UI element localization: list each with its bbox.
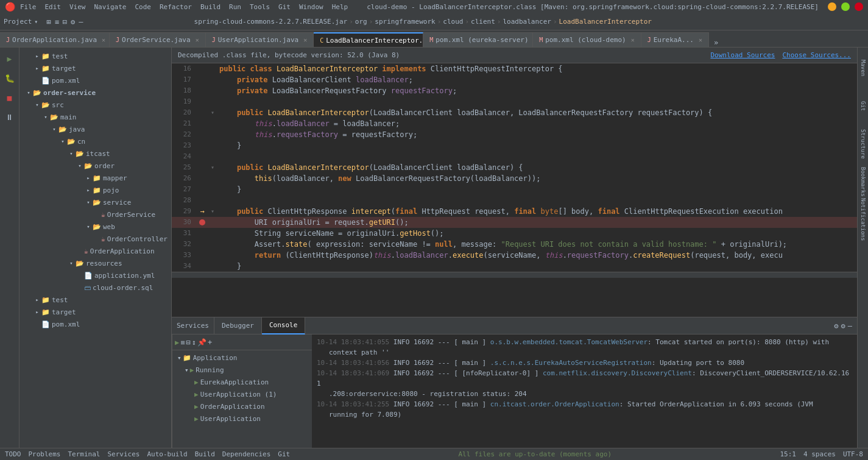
status-services[interactable]: Services bbox=[107, 450, 139, 458]
tab-close-icon[interactable]: ✕ bbox=[102, 37, 105, 43]
sidebar-toolbar-icons[interactable]: ⊞ ≡ ⊟ ⚙ – bbox=[45, 16, 84, 27]
tree-item-target[interactable]: ▸📁 target bbox=[19, 62, 171, 74]
tree-item-java[interactable]: ▾📂 java bbox=[19, 123, 171, 135]
tab-pom-cloud[interactable]: M pom.xml (cloud-demo) ✕ bbox=[533, 32, 641, 47]
menu-build[interactable]: Build bbox=[200, 3, 221, 11]
status-todo[interactable]: TODO bbox=[5, 450, 21, 458]
tree-item-test[interactable]: ▸📁 test bbox=[19, 294, 171, 306]
status-problems[interactable]: Problems bbox=[29, 450, 61, 458]
svc-filter-icon[interactable]: ⊟ bbox=[186, 338, 190, 347]
svc-running-group[interactable]: ▾ ▶ Running bbox=[172, 364, 312, 376]
maximize-button[interactable]: □ bbox=[841, 2, 850, 11]
bookmarks-panel[interactable]: Bookmarks bbox=[858, 163, 868, 200]
window-controls[interactable]: ─ □ ✕ bbox=[828, 2, 863, 11]
tab-more-button[interactable]: » bbox=[711, 38, 721, 47]
fold-button[interactable]: ▾ bbox=[208, 107, 217, 118]
tree-item-pom.xml[interactable]: 📄 pom.xml bbox=[19, 318, 171, 330]
choose-sources-link[interactable]: Choose Sources... bbox=[782, 51, 851, 59]
fold-button[interactable]: ▾ bbox=[208, 162, 217, 173]
breadcrumb-jar[interactable]: spring-cloud-commons-2.2.7.RELEASE.jar bbox=[194, 18, 348, 26]
svc-add-icon[interactable]: + bbox=[208, 338, 212, 347]
menu-edit[interactable]: Edit bbox=[45, 3, 62, 11]
menu-navigate[interactable]: Navigate bbox=[94, 3, 127, 11]
status-autobuild[interactable]: Auto-build bbox=[147, 450, 187, 458]
breadcrumb-class[interactable]: LoadBalancerInterceptor bbox=[559, 18, 652, 26]
stop-button[interactable]: ■ bbox=[1, 89, 18, 106]
svc-application-group[interactable]: ▾ 📁 Application bbox=[172, 352, 312, 364]
breadcrumb-org[interactable]: org bbox=[355, 18, 367, 26]
tree-item-orderservice[interactable]: ☕ OrderService bbox=[19, 208, 171, 221]
breadcrumb-loadbalancer[interactable]: loadbalancer bbox=[503, 18, 551, 26]
tree-item-order[interactable]: ▾📂 order bbox=[19, 160, 171, 172]
svc-run-icon[interactable]: ▶ bbox=[175, 338, 179, 347]
svc-user-app1[interactable]: ▶ UserApplication (1) bbox=[172, 388, 312, 400]
tree-item-itcast[interactable]: ▾📂 itcast bbox=[19, 147, 171, 160]
status-dependencies[interactable]: Dependencies bbox=[222, 450, 270, 458]
tab-lb-interceptor[interactable]: C LoadBalancerInterceptor.class ✕ bbox=[314, 32, 423, 47]
tree-item-main[interactable]: ▾📂 main bbox=[19, 111, 171, 123]
tree-item-service[interactable]: ▾📂 service bbox=[19, 196, 171, 208]
pause-button[interactable]: ⏸ bbox=[1, 108, 18, 126]
tree-item-orderapplication[interactable]: ☕ OrderApplication bbox=[19, 245, 171, 257]
tab-order-svc[interactable]: J OrderService.java ✕ bbox=[110, 32, 206, 47]
collapse-icon[interactable]: – bbox=[77, 16, 84, 27]
sidebar-icon-3[interactable]: ⊟ bbox=[62, 16, 68, 27]
project-dropdown-arrow[interactable]: ▾ bbox=[34, 18, 38, 25]
debug-button[interactable]: 🐛 bbox=[1, 69, 18, 87]
tree-item-resources[interactable]: ▾📂 resources bbox=[19, 257, 171, 269]
menu-refactor[interactable]: Refactor bbox=[160, 3, 192, 11]
tree-item-mapper[interactable]: ▸📁 mapper bbox=[19, 172, 171, 184]
debugger-tab[interactable]: Debugger bbox=[214, 317, 262, 334]
line-gutter[interactable] bbox=[196, 219, 208, 225]
menu-file[interactable]: File bbox=[20, 3, 37, 11]
svc-user-app[interactable]: ▶ UserApplication bbox=[172, 412, 312, 425]
tab-pom-eureka[interactable]: M pom.xml (eureka-server) ✕ bbox=[423, 32, 533, 47]
tab-order-app[interactable]: J OrderApplication.java ✕ bbox=[0, 32, 110, 47]
panel-close-icon[interactable]: – bbox=[848, 322, 852, 330]
menu-help[interactable]: Help bbox=[332, 3, 348, 11]
svc-sort-icon[interactable]: ↕ bbox=[192, 338, 196, 347]
tree-item-src[interactable]: ▾📂 src bbox=[19, 99, 171, 111]
line-gutter[interactable]: → bbox=[196, 206, 208, 217]
menu-window[interactable]: Window bbox=[299, 3, 323, 11]
tree-item-order-service[interactable]: ▾📂 order-service bbox=[19, 87, 171, 99]
menu-bar[interactable]: File Edit View Navigate Code Refactor Bu… bbox=[20, 3, 348, 11]
services-toolbar[interactable]: ▶ ≡ ⊟ ↕ 📌 + bbox=[172, 334, 312, 350]
breadcrumb-cloud[interactable]: cloud bbox=[443, 18, 463, 26]
console-tab[interactable]: Console bbox=[262, 317, 305, 334]
close-button[interactable]: ✕ bbox=[855, 2, 863, 11]
status-encoding[interactable]: UTF-8 bbox=[843, 450, 863, 458]
menu-view[interactable]: View bbox=[69, 3, 86, 11]
tree-item-pojo[interactable]: ▸📁 pojo bbox=[19, 184, 171, 196]
breakpoint-indicator[interactable] bbox=[199, 219, 205, 225]
tab-close-icon[interactable]: ✕ bbox=[631, 37, 635, 43]
download-sources-link[interactable]: Download Sources bbox=[710, 51, 775, 59]
tab-eureka[interactable]: J EurekaA... ✕ bbox=[641, 32, 709, 47]
sidebar-icon-2[interactable]: ≡ bbox=[54, 16, 60, 27]
notifications-panel[interactable]: Notifications bbox=[858, 201, 868, 238]
tree-item-cn[interactable]: ▾📂 cn bbox=[19, 135, 171, 147]
tab-close-icon[interactable]: ✕ bbox=[303, 37, 307, 43]
horizontal-scrollbar[interactable] bbox=[172, 272, 857, 278]
run-button[interactable]: ▶ bbox=[1, 50, 18, 67]
breadcrumb-springframework[interactable]: springframework bbox=[375, 18, 435, 26]
tree-item-application.yml[interactable]: 📄 application.yml bbox=[19, 269, 171, 281]
menu-tools[interactable]: Tools bbox=[250, 3, 270, 11]
tab-close-icon[interactable]: ✕ bbox=[699, 37, 702, 43]
menu-run[interactable]: Run bbox=[229, 3, 241, 11]
panel-gear-icon[interactable]: ⚙ bbox=[841, 322, 845, 330]
tab-close-icon[interactable]: ✕ bbox=[196, 37, 199, 43]
settings-icon[interactable]: ⚙ bbox=[69, 16, 76, 27]
breadcrumb-client[interactable]: client bbox=[471, 18, 495, 26]
svc-order-app[interactable]: ▶ OrderApplication bbox=[172, 400, 312, 412]
status-terminal[interactable]: Terminal bbox=[68, 450, 100, 458]
menu-git[interactable]: Git bbox=[278, 3, 291, 11]
tree-item-test[interactable]: ▸📁 test bbox=[19, 50, 171, 62]
status-indent[interactable]: 4 spaces bbox=[803, 450, 836, 458]
tree-item-web[interactable]: ▾📂 web bbox=[19, 221, 171, 233]
svc-list-icon[interactable]: ≡ bbox=[180, 338, 185, 347]
fold-button[interactable]: ▾ bbox=[208, 206, 217, 217]
code-editor[interactable]: 16public class LoadBalancerInterceptor i… bbox=[172, 63, 857, 317]
tree-item-ordercontroller[interactable]: ☕ OrderController bbox=[19, 233, 171, 245]
panel-settings-icon[interactable]: ⚙ bbox=[834, 322, 838, 330]
